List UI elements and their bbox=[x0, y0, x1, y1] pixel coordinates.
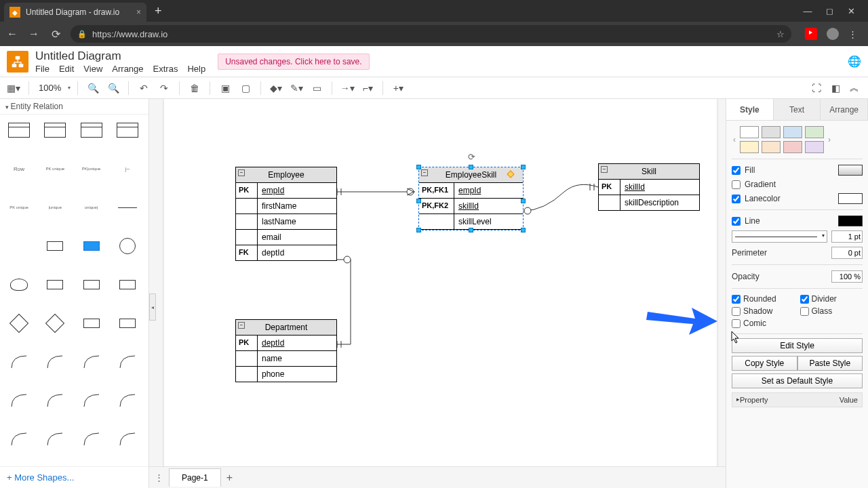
to-back-icon[interactable]: ▢ bbox=[237, 80, 254, 96]
delete-icon[interactable]: 🗑 bbox=[186, 80, 203, 96]
tab-arrange[interactable]: Arrange bbox=[821, 99, 868, 120]
fill-color-button[interactable] bbox=[838, 165, 863, 176]
sidebar-collapse-handle[interactable]: ◂ bbox=[149, 293, 156, 321]
set-default-style-button[interactable]: Set as Default Style bbox=[732, 373, 863, 388]
copy-style-button[interactable]: Copy Style bbox=[732, 356, 797, 371]
line-checkbox[interactable] bbox=[732, 217, 741, 226]
shape-table-2[interactable] bbox=[40, 119, 70, 142]
shape-conn-3[interactable] bbox=[77, 350, 106, 373]
rotate-handle[interactable]: ⟳ bbox=[468, 152, 477, 161]
menu-help[interactable]: Help bbox=[187, 64, 205, 74]
shape-diamond-1[interactable] bbox=[4, 312, 34, 335]
shape-table-4[interactable] bbox=[113, 119, 142, 142]
shape-row-4[interactable]: |─ bbox=[113, 157, 142, 180]
entity-department[interactable]: −Department PKdeptId name phone bbox=[235, 319, 337, 382]
menu-arrange[interactable]: Arrange bbox=[112, 64, 143, 74]
shape-table-1[interactable] bbox=[4, 119, 34, 142]
zoom-in-icon[interactable]: 🔍 bbox=[85, 80, 101, 96]
language-icon[interactable]: 🌐 bbox=[848, 55, 861, 68]
entity-employeeskill[interactable]: −EmployeeSkill PK,FK1empId PK,FK2skillId… bbox=[418, 167, 524, 230]
color-swatch[interactable] bbox=[783, 141, 802, 153]
canvas-area[interactable]: ◂ −Employee PKempId bbox=[149, 99, 726, 488]
more-shapes-button[interactable]: + More Shapes... bbox=[0, 466, 149, 488]
glass-checkbox[interactable] bbox=[800, 307, 809, 316]
fill-checkbox[interactable] bbox=[732, 166, 741, 175]
color-swatch[interactable] bbox=[740, 126, 759, 138]
profile-avatar[interactable] bbox=[827, 28, 839, 40]
lanecolor-checkbox[interactable] bbox=[732, 195, 741, 203]
add-page-button[interactable]: + bbox=[226, 472, 233, 484]
minimize-icon[interactable]: — bbox=[803, 6, 812, 16]
shape-conn-10[interactable] bbox=[40, 428, 70, 451]
menu-view[interactable]: View bbox=[83, 64, 102, 74]
undo-icon[interactable]: ↶ bbox=[136, 80, 152, 96]
shape-note-1[interactable] bbox=[77, 312, 106, 335]
perimeter-input[interactable] bbox=[831, 247, 863, 259]
property-table-header[interactable]: Property Value bbox=[732, 392, 863, 407]
color-swatch[interactable] bbox=[740, 141, 759, 153]
reload-button[interactable]: ⟳ bbox=[49, 28, 62, 41]
redo-icon[interactable]: ↷ bbox=[156, 80, 172, 96]
view-dropdown[interactable]: ▦▾ bbox=[5, 80, 22, 96]
star-icon[interactable]: ☆ bbox=[776, 29, 785, 39]
paste-style-button[interactable]: Paste Style bbox=[797, 356, 863, 371]
shape-row-7[interactable]: unique| bbox=[77, 196, 106, 219]
line-width-input[interactable] bbox=[831, 230, 863, 243]
color-swatch[interactable] bbox=[805, 126, 824, 138]
zoom-out-icon[interactable]: 🔍 bbox=[105, 80, 121, 96]
shape-blue-box[interactable] bbox=[77, 235, 106, 258]
shape-conn-9[interactable] bbox=[4, 428, 34, 451]
shape-conn-7[interactable] bbox=[77, 389, 106, 412]
close-tab-icon[interactable]: × bbox=[136, 7, 141, 17]
shape-conn-4[interactable] bbox=[113, 350, 142, 373]
shape-empty-1[interactable] bbox=[4, 235, 34, 258]
entity-skill[interactable]: −Skill PKskillId skillDescription bbox=[598, 163, 700, 211]
lanecolor-button[interactable] bbox=[838, 193, 863, 204]
shape-row-2[interactable]: PK unique bbox=[40, 157, 70, 180]
fill-color-icon[interactable]: ◆▾ bbox=[268, 80, 284, 96]
rounded-checkbox[interactable] bbox=[732, 295, 741, 304]
back-button[interactable]: ← bbox=[5, 28, 19, 40]
shape-conn-1[interactable] bbox=[4, 350, 34, 373]
shadow-icon[interactable]: ▭ bbox=[309, 80, 325, 96]
save-banner[interactable]: Unsaved changes. Click here to save. bbox=[218, 54, 369, 70]
shape-hline[interactable] bbox=[113, 196, 142, 219]
to-front-icon[interactable]: ▣ bbox=[217, 80, 233, 96]
line-style-dropdown[interactable] bbox=[732, 230, 827, 243]
document-title[interactable]: Untitled Diagram bbox=[35, 49, 205, 63]
menu-edit[interactable]: Edit bbox=[59, 64, 74, 74]
shape-row-5[interactable]: PK unique bbox=[4, 196, 34, 219]
shape-conn-11[interactable] bbox=[77, 428, 106, 451]
gradient-checkbox[interactable] bbox=[732, 180, 741, 189]
connection-icon[interactable]: →▾ bbox=[339, 80, 355, 96]
shape-table-3[interactable] bbox=[77, 119, 106, 142]
forward-button[interactable]: → bbox=[27, 28, 41, 40]
shape-diamond-2[interactable] bbox=[40, 312, 70, 335]
browser-tab[interactable]: ◆ Untitled Diagram - draw.io × bbox=[4, 3, 146, 22]
tab-style[interactable]: Style bbox=[726, 99, 774, 120]
color-swatch[interactable] bbox=[762, 126, 781, 138]
shape-entity-3[interactable] bbox=[113, 273, 142, 296]
collapse-icon[interactable]: ︽ bbox=[846, 80, 863, 96]
entity-employee[interactable]: −Employee PKempId firstName lastName ema… bbox=[235, 167, 337, 261]
color-swatch[interactable] bbox=[805, 141, 824, 153]
line-color-icon[interactable]: ✎▾ bbox=[288, 80, 304, 96]
sidebar-section-entity-relation[interactable]: Entity Relation bbox=[0, 99, 149, 115]
page-tab-1[interactable]: Page-1 bbox=[169, 468, 221, 487]
line-color-button[interactable] bbox=[838, 216, 863, 226]
close-window-icon[interactable]: ✕ bbox=[846, 6, 856, 16]
new-tab-button[interactable]: + bbox=[155, 4, 162, 18]
menu-file[interactable]: File bbox=[35, 64, 50, 74]
color-swatch[interactable] bbox=[762, 141, 781, 153]
opacity-input[interactable] bbox=[831, 270, 863, 283]
shape-conn-8[interactable] bbox=[113, 389, 142, 412]
edit-style-button[interactable]: Edit Style bbox=[732, 338, 863, 353]
fullscreen-icon[interactable]: ⛶ bbox=[808, 80, 825, 96]
shape-entity-2[interactable] bbox=[77, 273, 106, 296]
drawio-logo[interactable] bbox=[7, 51, 28, 73]
menu-extras[interactable]: Extras bbox=[153, 64, 178, 74]
color-next-icon[interactable]: › bbox=[827, 135, 832, 144]
comic-checkbox[interactable] bbox=[732, 319, 741, 328]
shape-row-3[interactable]: PK|unique bbox=[77, 157, 106, 180]
color-prev-icon[interactable]: ‹ bbox=[732, 135, 737, 144]
